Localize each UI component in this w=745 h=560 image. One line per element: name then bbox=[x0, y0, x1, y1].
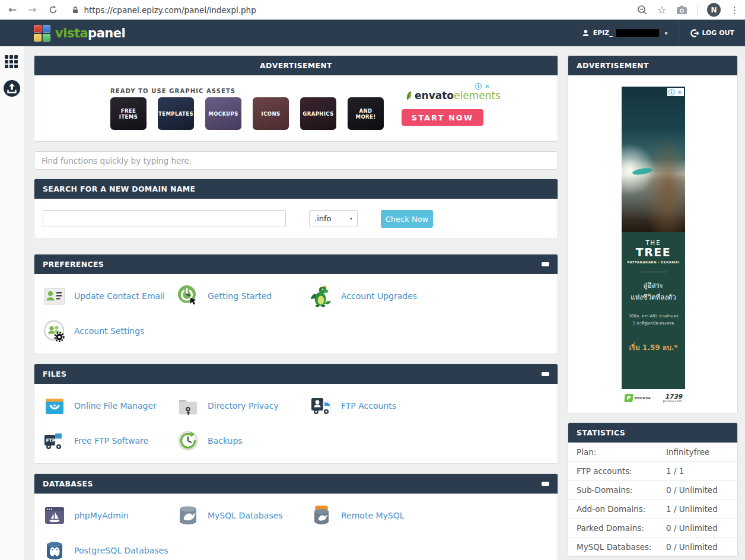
item-label: PostgreSQL Databases bbox=[74, 546, 168, 555]
preferences-card: PREFERENCES Update Contact Email bbox=[34, 254, 558, 354]
link-phpmyadmin[interactable]: phpMyAdmin bbox=[43, 502, 176, 529]
browser-menu-icon[interactable]: ⋮ bbox=[730, 5, 739, 15]
link-getting-started[interactable]: Getting Started bbox=[176, 283, 310, 309]
link-online-file-manager[interactable]: Online File Manager bbox=[43, 393, 176, 419]
user-dropdown[interactable]: EPIZ_ ▾ bbox=[571, 20, 679, 46]
upload-icon[interactable] bbox=[3, 79, 21, 97]
camera-icon[interactable] bbox=[676, 5, 687, 15]
right-column: ADVERTISEMENT i ✕ THE TREE PATTANAKARN -… bbox=[568, 55, 738, 557]
elements-wordmark: elements bbox=[454, 90, 501, 101]
link-remote-mysql[interactable]: Remote MySQL bbox=[310, 502, 443, 529]
check-now-button[interactable]: Check Now bbox=[381, 210, 433, 228]
app-header: vistapanel EPIZ_ ▾ LOG OUT bbox=[0, 20, 745, 46]
ad-tile[interactable]: GRAPHICS bbox=[300, 97, 336, 130]
logout-button[interactable]: LOG OUT bbox=[678, 20, 745, 46]
ad-close-icon[interactable]: ✕ bbox=[485, 83, 489, 90]
link-account-upgrades[interactable]: Account Upgrades bbox=[310, 283, 443, 309]
reload-icon[interactable] bbox=[48, 5, 58, 15]
item-label: Backups bbox=[208, 436, 243, 446]
bookmark-star-icon[interactable]: ☆ bbox=[657, 5, 667, 15]
stat-row-sub-domains: Sub-Domains: 0 / Unlimited bbox=[568, 481, 737, 499]
databases-header: DATABASES bbox=[34, 474, 558, 494]
collapse-icon[interactable] bbox=[542, 482, 549, 486]
postgresql-elephant-icon bbox=[43, 539, 66, 560]
databases-card: DATABASES phpMyAdmin bbox=[34, 473, 558, 560]
files-header: FILES bbox=[34, 364, 558, 384]
item-label: Online File Manager bbox=[74, 401, 157, 411]
stat-row-mysql-databases: MySQL Databases: 0 / Unlimited bbox=[568, 537, 737, 556]
start-now-button[interactable]: START NOW bbox=[402, 109, 483, 126]
folder-lock-icon bbox=[176, 394, 200, 418]
item-label: FTP Accounts bbox=[341, 401, 396, 411]
advertisement-header: ADVERTISEMENT bbox=[34, 56, 558, 75]
contact-card-icon bbox=[43, 284, 66, 308]
padlock-icon bbox=[71, 6, 79, 14]
stat-value: 1 / 1 bbox=[666, 466, 729, 476]
collapse-icon[interactable] bbox=[542, 262, 549, 266]
chrome-divider bbox=[697, 4, 698, 16]
ad-tile[interactable]: MOCKUPS bbox=[205, 97, 241, 130]
username-label: EPIZ_ bbox=[593, 29, 613, 37]
item-label: Remote MySQL bbox=[341, 511, 405, 520]
mysql-database-icon bbox=[176, 504, 200, 527]
brand-vista: vista bbox=[55, 26, 88, 40]
stat-row-ftp-accounts: FTP accounts: 1 / 1 bbox=[568, 462, 737, 481]
ad-close-icon[interactable]: ✕ bbox=[676, 88, 684, 96]
ad-price: เริ่ม 1.59 ลบ.* bbox=[622, 342, 685, 353]
envato-leaf-icon bbox=[406, 91, 413, 101]
link-update-contact-email[interactable]: Update Contact Email bbox=[43, 283, 176, 309]
function-search-input[interactable] bbox=[34, 151, 558, 170]
advertisement-content[interactable]: READY TO USE GRAPHIC ASSETS FREE ITEMS T… bbox=[34, 75, 558, 141]
forward-icon[interactable]: → bbox=[28, 5, 36, 15]
ad-tile[interactable]: FREE ITEMS bbox=[110, 97, 147, 130]
domain-name-input[interactable] bbox=[43, 210, 286, 227]
ftp-truck-icon: FTP bbox=[43, 429, 66, 453]
tld-select[interactable]: .info ▾ bbox=[309, 210, 358, 227]
item-label: Directory Privacy bbox=[208, 401, 279, 411]
link-directory-privacy[interactable]: Directory Privacy bbox=[176, 393, 310, 419]
item-label: Account Upgrades bbox=[341, 291, 417, 301]
link-backups[interactable]: Backups bbox=[176, 428, 310, 454]
link-ftp-accounts[interactable]: FTP Accounts bbox=[310, 393, 443, 419]
domain-search-header: SEARCH FOR A NEW DOMAIN NAME bbox=[34, 179, 558, 199]
link-account-settings[interactable]: Account Settings bbox=[43, 318, 176, 344]
ad-tile[interactable]: ICONS bbox=[253, 97, 289, 130]
statistics-header: STATISTICS bbox=[568, 423, 737, 443]
link-postgresql-databases[interactable]: PostgreSQL Databases bbox=[43, 537, 176, 560]
item-label: phpMyAdmin bbox=[74, 511, 129, 520]
stat-value: 0 / Unlimited bbox=[666, 542, 729, 552]
browser-profile-avatar[interactable]: N bbox=[707, 3, 721, 17]
apps-grid-icon[interactable] bbox=[5, 55, 18, 68]
backup-clock-icon bbox=[176, 429, 200, 453]
files-title: FILES bbox=[43, 370, 66, 378]
adchoices-info-icon[interactable]: i bbox=[668, 89, 675, 96]
envato-logo[interactable]: envatoelements bbox=[406, 90, 501, 101]
ad-tagline: READY TO USE GRAPHIC ASSETS bbox=[110, 88, 235, 94]
ad-tile[interactable]: TEMPLATES bbox=[158, 97, 194, 130]
link-mysql-databases[interactable]: MySQL Databases bbox=[176, 502, 310, 529]
adchoices-info-icon[interactable]: i bbox=[475, 83, 482, 90]
statistics-title: STATISTICS bbox=[577, 428, 625, 437]
item-label: Getting Started bbox=[208, 291, 272, 301]
file-manager-icon bbox=[43, 394, 66, 418]
advertiser-site: pruksa.com bbox=[663, 400, 682, 403]
zoom-out-icon[interactable] bbox=[637, 5, 648, 15]
tld-selected-value: .info bbox=[314, 214, 332, 223]
ad-creative[interactable]: i ✕ THE TREE PATTANAKARN - EKKAMAI สู่อิ… bbox=[622, 87, 685, 407]
ad-tile[interactable]: AND MORE! bbox=[348, 97, 384, 130]
files-card: FILES Online File Manager bbox=[34, 364, 558, 464]
envato-wordmark: envato bbox=[415, 90, 454, 101]
item-label: Account Settings bbox=[74, 326, 144, 336]
collapse-icon[interactable] bbox=[542, 372, 549, 376]
redacted-username bbox=[616, 29, 659, 37]
url-text[interactable]: https://cpanel.epizy.com/panel/indexpl.p… bbox=[84, 5, 256, 15]
stat-row-addon-domains: Add-on Domains: 1 / Unlimited bbox=[568, 499, 737, 518]
adchoices-controls: i ✕ bbox=[475, 83, 489, 90]
back-icon[interactable]: ← bbox=[8, 5, 17, 15]
preferences-title: PREFERENCES bbox=[43, 260, 104, 269]
link-free-ftp-software[interactable]: FTP Free FTP Software bbox=[43, 428, 176, 454]
url-bar[interactable]: https://cpanel.epizy.com/panel/indexpl.p… bbox=[71, 5, 256, 15]
sidebar-advertisement-card: ADVERTISEMENT i ✕ THE TREE PATTANAKARN -… bbox=[568, 55, 738, 413]
dragon-mascot-icon bbox=[310, 284, 333, 308]
stat-label: MySQL Databases: bbox=[577, 542, 666, 552]
